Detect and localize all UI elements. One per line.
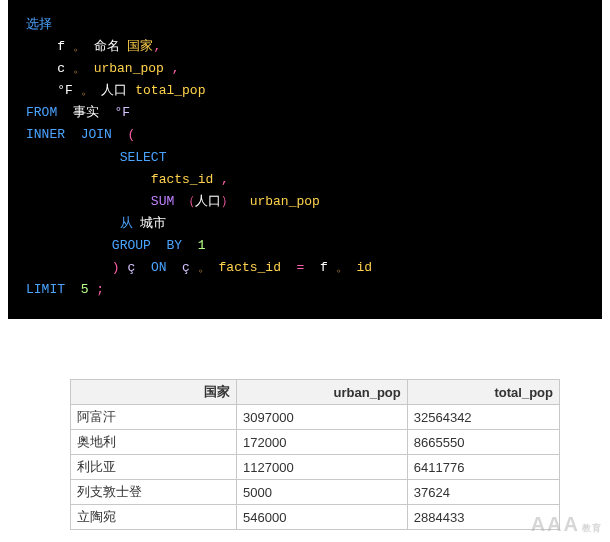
col-header-country: 国家: [71, 380, 237, 405]
table-row: 列支敦士登 5000 37624: [71, 480, 560, 505]
kw-on: ON: [151, 260, 167, 275]
kw-join: JOIN: [81, 127, 112, 142]
kw-inner: INNER: [26, 127, 65, 142]
result-table: 国家 urban_pop total_pop 阿富汗 3097000 32564…: [70, 379, 560, 530]
kw-select: 选择: [26, 17, 52, 32]
kw-subselect: SELECT: [120, 150, 167, 165]
result-table-wrap: 国家 urban_pop total_pop 阿富汗 3097000 32564…: [70, 379, 560, 530]
kw-group: GROUP: [112, 238, 151, 253]
sql-code-block: 选择 f 。 命名 国家, c 。 urban_pop , °F 。 人口 to…: [8, 0, 602, 319]
kw-by: BY: [166, 238, 182, 253]
table-row: 阿富汗 3097000 32564342: [71, 405, 560, 430]
col-header-urban-pop: urban_pop: [237, 380, 408, 405]
table-row: 奥地利 172000 8665550: [71, 430, 560, 455]
table-row: 利比亚 1127000 6411776: [71, 455, 560, 480]
kw-limit: LIMIT: [26, 282, 65, 297]
kw-from: FROM: [26, 105, 57, 120]
table-row: 立陶宛 546000 2884433: [71, 505, 560, 530]
table-header-row: 国家 urban_pop total_pop: [71, 380, 560, 405]
col-header-total-pop: total_pop: [407, 380, 559, 405]
